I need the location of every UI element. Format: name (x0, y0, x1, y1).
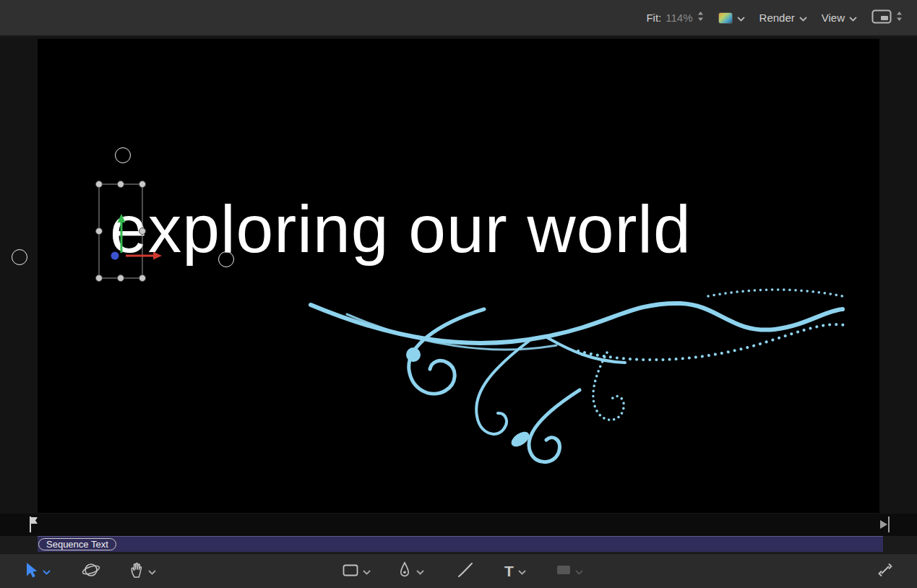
fit-label: Fit: (646, 12, 661, 24)
motion-canvas-window: Fit: 114% Render View (0, 0, 917, 588)
transform-3d-tool[interactable] (82, 554, 100, 588)
expand-icon (877, 562, 893, 581)
play-range-end-icon[interactable] (879, 516, 890, 536)
hand-pan-tool[interactable] (129, 554, 156, 588)
selection-overlay[interactable] (92, 178, 172, 286)
transform-3d-icon (82, 561, 100, 582)
canvas-workspace: exploring our world (0, 37, 917, 514)
chevron-down-icon[interactable] (43, 565, 51, 578)
anchor-point-icon (111, 252, 119, 260)
y-axis-handle-icon (118, 214, 126, 253)
paint-stroke-icon (457, 561, 474, 581)
bezier-pen-icon (397, 561, 412, 581)
arrow-cursor-icon (24, 562, 38, 581)
canvas-view[interactable]: exploring our world (38, 39, 879, 513)
color-swatch-icon (718, 12, 733, 24)
stepper-icon[interactable] (896, 11, 903, 25)
canvas-toolbar: Fit: 114% Render View (0, 0, 917, 36)
timeline-track-sequence-text[interactable]: Sequence Text (38, 536, 883, 552)
chevron-down-icon[interactable] (416, 565, 424, 578)
view-menu[interactable]: View (822, 12, 857, 25)
play-range-start-icon[interactable] (29, 516, 39, 536)
display-icon (871, 9, 892, 27)
generator-tool-icon (556, 565, 571, 578)
select-transform-tool[interactable] (24, 554, 51, 588)
text-tool-icon: T (504, 563, 514, 580)
anchor-point-circle[interactable] (12, 249, 27, 265)
mask-generator-tool[interactable] (556, 554, 583, 588)
hand-icon (129, 561, 144, 581)
chevron-down-icon[interactable] (148, 565, 156, 578)
rectangle-shape-tool[interactable] (343, 554, 371, 588)
zoom-value: 114% (666, 12, 692, 24)
flourish-graphic[interactable] (303, 282, 845, 484)
view-label: View (822, 12, 845, 24)
tools-toolbar: T (0, 553, 917, 588)
track-name-field[interactable]: Sequence Text (38, 538, 116, 550)
canvas-text-object[interactable]: exploring our world (110, 191, 760, 268)
track-name-label: Sequence Text (46, 539, 108, 550)
chevron-down-icon[interactable] (363, 565, 371, 578)
bezier-tool[interactable] (397, 554, 424, 588)
render-menu[interactable]: Render (759, 12, 807, 25)
chevron-down-icon (737, 12, 745, 25)
text-tool[interactable]: T (504, 554, 526, 588)
chevron-down-icon (799, 12, 807, 25)
mini-timeline[interactable] (0, 514, 917, 536)
rectangle-tool-icon (343, 564, 358, 579)
channels-menu[interactable] (718, 12, 745, 25)
expand-view-button[interactable] (877, 554, 893, 588)
chevron-down-icon (849, 12, 857, 25)
zoom-control[interactable]: Fit: 114% (646, 11, 703, 25)
anchor-point-circle[interactable] (218, 251, 234, 267)
chevron-down-icon[interactable] (518, 565, 526, 578)
chevron-down-icon[interactable] (575, 565, 583, 578)
paint-stroke-tool[interactable] (457, 554, 474, 588)
stepper-icon[interactable] (697, 11, 704, 25)
x-axis-handle-icon (126, 252, 162, 260)
display-select[interactable] (871, 9, 903, 27)
render-label: Render (759, 12, 795, 24)
anchor-point-circle[interactable] (115, 147, 131, 163)
